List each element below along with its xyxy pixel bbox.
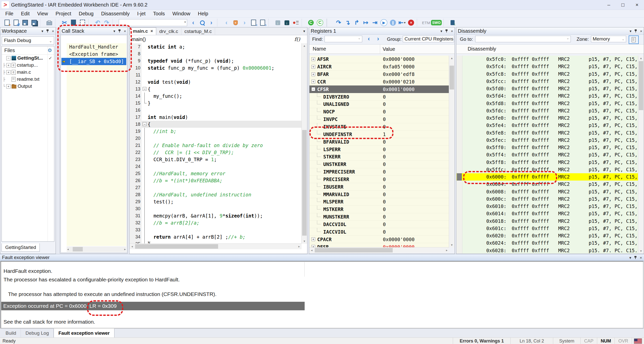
- editor-vscrollbar[interactable]: ▲ ▼: [301, 43, 307, 244]
- disassembly-row-0x6000[interactable]: 0x6000:0xffff 0xffffMRC2p15, #7, PC, C15…: [457, 173, 638, 181]
- scrollbar-thumb[interactable]: [450, 66, 454, 90]
- disassembly-row-0x5fdc[interactable]: 0x5fdc:0xffff 0xffffMRC2p15, #7, PC, C15…: [457, 107, 638, 114]
- disassembly-close-button[interactable]: ×: [640, 29, 642, 33]
- previous-bookmark-button[interactable]: ‹: [249, 19, 258, 27]
- registers-find-combo[interactable]: [325, 36, 362, 42]
- menu-view[interactable]: View: [33, 10, 52, 17]
- register-group-select[interactable]: Current CPU Registers: [403, 36, 454, 42]
- code-line-17[interactable]: 17int main(void): [130, 114, 302, 121]
- disassembly-row-0x600c[interactable]: 0x600c:0xffff 0xffffMRC2p15, #7, PC, C15…: [457, 195, 638, 203]
- disassembly-row-0x6004[interactable]: 0x6004:0xffff 0xffffMRC2p15, #7, PC, C15…: [457, 181, 638, 188]
- disassembly-row-0x5fe4[interactable]: 0x5fe4:0xffff 0xffffMRC2p15, #7, PC, C15…: [457, 122, 638, 129]
- scrollbar-thumb[interactable]: [135, 244, 218, 249]
- register-row-undefinstr[interactable]: UNDEFINSTR1: [309, 131, 449, 138]
- scroll-up-icon[interactable]: ▲: [302, 43, 307, 48]
- scroll-right-icon[interactable]: ▸: [297, 244, 302, 249]
- code-line-16[interactable]: 16: [130, 107, 302, 114]
- stop-button[interactable]: ×: [407, 19, 415, 27]
- register-row-bfarvalid[interactable]: BFARVALID0: [309, 138, 449, 146]
- disassembly-row-0x6020[interactable]: 0x6020:0xffff 0xffffMRC2p15, #7, PC, C15…: [457, 232, 638, 239]
- output-tab-faultexceptionviewer[interactable]: Fault exception viewer: [54, 328, 114, 338]
- disassembly-row-0x5fd8[interactable]: 0x5fd8:0xffff 0xffffMRC2p15, #7, PC, C15…: [457, 100, 638, 107]
- register-row-ccr[interactable]: +CCR0x0000'0210: [309, 78, 449, 86]
- disassembly-pin-button[interactable]: [634, 29, 637, 33]
- paste-button[interactable]: [78, 19, 87, 27]
- copy-button[interactable]: [69, 19, 78, 27]
- power-target-button[interactable]: [448, 19, 457, 27]
- register-row-stkerr[interactable]: STKERR0: [309, 153, 449, 161]
- code-line-29[interactable]: 29 test();: [130, 198, 302, 205]
- expander-icon[interactable]: −: [6, 56, 11, 60]
- scroll-up-icon[interactable]: ▲: [638, 56, 644, 61]
- scroll-up-icon[interactable]: ▲: [449, 56, 455, 61]
- code-line-34[interactable]: 34 return arrA[4] + arrB[2] ;//+ b;: [130, 233, 302, 240]
- menu-project[interactable]: Project: [52, 10, 75, 17]
- menu-tools[interactable]: Tools: [149, 10, 169, 17]
- find-previous-register-button[interactable]: ‹: [365, 35, 373, 42]
- call-stack-pin-button[interactable]: [118, 29, 121, 33]
- undo-button[interactable]: ↶: [93, 19, 102, 27]
- register-row-bfar[interactable]: +BFAR0xe000'edf8: [309, 71, 449, 78]
- tree-item-gettingst[interactable]: −GettingSt...✓: [2, 55, 54, 62]
- output-tab-build[interactable]: Build: [1, 329, 21, 338]
- workspace-close-button[interactable]: ×: [52, 29, 54, 33]
- scroll-left-icon[interactable]: ◂: [130, 244, 135, 249]
- scroll-right-icon[interactable]: ▸: [444, 247, 449, 253]
- redo-button[interactable]: ↷: [102, 19, 111, 27]
- next-statement-button[interactable]: ↦: [361, 19, 370, 27]
- register-row-mstkerr[interactable]: MSTKERR0: [309, 206, 449, 213]
- disassembly-row-0x6018[interactable]: 0x6018:0xffff 0xffffMRC2p15, #7, PC, C15…: [457, 218, 638, 225]
- tree-item-mainc[interactable]: ├+cmain.c: [2, 69, 54, 76]
- disassembly-row-0x5fe0[interactable]: 0x5fe0:0xffff 0xffffMRC2p15, #7, PC, C15…: [457, 114, 638, 122]
- etm-button[interactable]: ETM: [422, 19, 430, 27]
- register-row-mlsperr[interactable]: MLSPERR0: [309, 198, 449, 206]
- step-over-button[interactable]: ↷: [334, 19, 343, 27]
- code-line-28[interactable]: 28 //HardFault, undefined instruction: [130, 191, 302, 198]
- disassembly-row-0x5fcc[interactable]: 0x5fcc:0xffff 0xffffMRC2p15, #7, PC, C15…: [457, 78, 638, 85]
- find-button[interactable]: [198, 19, 207, 27]
- register-row-invpc[interactable]: INVPC0: [309, 116, 449, 123]
- code-line-33[interactable]: 33: [130, 226, 302, 233]
- call-stack-menu-button[interactable]: ▾: [113, 29, 115, 33]
- fold-marker[interactable]: [142, 121, 148, 128]
- disassembly-row-0x6024[interactable]: 0x6024:0xffff 0xffffMRC2p15, #7, PC, C15…: [457, 239, 638, 247]
- navigate-forward-button[interactable]: ›: [240, 19, 249, 27]
- function-selector[interactable]: main(): [130, 36, 146, 42]
- find-next-register-button[interactable]: ›: [374, 35, 382, 42]
- swo-button[interactable]: SWO: [431, 19, 442, 27]
- expander-icon[interactable]: +: [311, 80, 315, 83]
- code-line-32[interactable]: 32 //b = arrB[2]/a;: [130, 219, 302, 226]
- disassembly-row-0x5fec[interactable]: 0x5fec:0xffff 0xffffMRC2p15, #7, PC, C15…: [457, 137, 638, 144]
- register-row-afsr[interactable]: +AFSR0x0000'0000: [309, 56, 449, 63]
- code-line-13[interactable]: 13{: [130, 85, 302, 93]
- register-row-daccviol[interactable]: DACCVIOL0: [309, 221, 449, 228]
- disassembly-row-0x5ff8[interactable]: 0x5ff8:0xffff 0xffffMRC2p15, #7, PC, C15…: [457, 159, 638, 166]
- call-stack-close-button[interactable]: ×: [124, 29, 126, 33]
- disassembly-row-0x6014[interactable]: 0x6014:0xffff 0xffffMRC2p15, #7, PC, C15…: [457, 210, 638, 217]
- toggle-bookmark-button[interactable]: +: [231, 19, 240, 27]
- expander-icon[interactable]: +: [311, 72, 315, 76]
- registers-hscrollbar[interactable]: ◂ ▸: [309, 247, 449, 253]
- registers-vscrollbar[interactable]: ▲ ▼: [449, 56, 455, 247]
- disassembly-row-0x5fe8[interactable]: 0x5fe8:0xffff 0xffffMRC2p15, #7, PC, C15…: [457, 129, 638, 137]
- fault-viewer-close-button[interactable]: ×: [640, 256, 642, 260]
- open-document-button[interactable]: ↺: [12, 19, 20, 27]
- editor-hscrollbar[interactable]: ◂ ▸: [130, 243, 302, 249]
- register-row-nocp[interactable]: NOCP0: [309, 108, 449, 116]
- register-row-preciserr[interactable]: PRECISERR0: [309, 176, 449, 183]
- disassembly-row-0x6028[interactable]: 0x6028:0xffff 0xffffMRC2p15. #7. PC. C15…: [457, 247, 638, 254]
- register-row-unaligned[interactable]: UNALIGNED0: [309, 101, 449, 108]
- expander-icon[interactable]: −: [311, 87, 315, 91]
- workspace-pin-button[interactable]: [46, 29, 49, 33]
- search-combo[interactable]: [119, 19, 187, 26]
- scroll-right-icon[interactable]: ▸: [124, 246, 126, 252]
- disassembly-row-0x5fc0[interactable]: 0x5fc0:0xffff 0xffffMRC2p15, #7, PC, C15…: [457, 56, 638, 63]
- scrollbar-thumb[interactable]: [315, 248, 393, 252]
- navigate-backward-button[interactable]: ‹: [222, 19, 231, 27]
- disassembly-row-0x5ffc[interactable]: 0x5ffc:0xffff 0xffffMRC2p15, #7, PC, C15…: [457, 166, 638, 173]
- fold-marker[interactable]: [142, 85, 148, 93]
- register-row-lsperr[interactable]: LSPERR0: [309, 146, 449, 153]
- go-button[interactable]: ▶: [380, 19, 388, 27]
- code-line-15[interactable]: 15}: [130, 100, 302, 107]
- build-configuration-select[interactable]: Flash Debug: [2, 36, 54, 45]
